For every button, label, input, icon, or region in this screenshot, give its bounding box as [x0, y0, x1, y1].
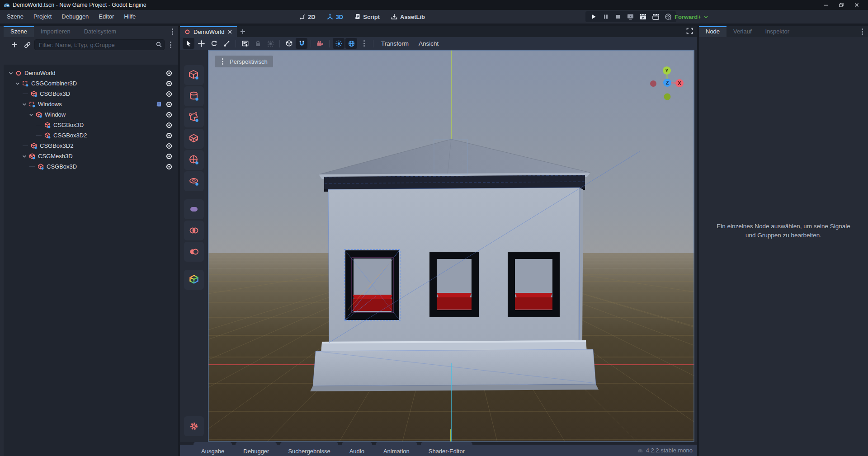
gizmo-neg-y-ball[interactable] [664, 94, 671, 100]
viewport-menu-dots-icon[interactable] [218, 56, 226, 66]
menu-debuggen[interactable]: Debuggen [57, 10, 94, 24]
csg-subtraction-button[interactable] [184, 242, 204, 262]
workspace-assetlib-button[interactable]: AssetLib [387, 11, 429, 23]
csg-cylinder-button[interactable] [184, 86, 204, 106]
list-select-tool-button[interactable] [239, 38, 251, 49]
visibility-eye-icon[interactable] [165, 69, 174, 77]
stop-button[interactable] [614, 13, 622, 21]
visibility-eye-icon[interactable] [165, 121, 174, 129]
csg-sphere-button[interactable] [184, 150, 204, 170]
csg-union-button[interactable] [184, 199, 204, 219]
tree-options-icon[interactable] [166, 40, 175, 50]
menu-hilfe[interactable]: Hilfe [119, 10, 141, 24]
transform-menu[interactable]: Transform [376, 40, 414, 47]
menu-editor[interactable]: Editor [94, 10, 119, 24]
chevron-down-icon[interactable] [7, 70, 14, 77]
close-tab-icon[interactable] [227, 29, 232, 34]
visibility-eye-icon[interactable] [165, 152, 174, 160]
gizmo-neg-x-ball[interactable] [650, 80, 656, 87]
workspace-2d-button[interactable]: 2D [295, 11, 319, 23]
renderer-select[interactable]: Forward+ [675, 10, 708, 24]
sun-environment-options-icon[interactable] [358, 38, 370, 49]
tree-row[interactable]: CSGCombiner3D [4, 78, 178, 89]
pause-button[interactable] [602, 13, 610, 21]
play-remote-button[interactable] [626, 13, 635, 21]
tab-szene[interactable]: Szene [4, 26, 34, 37]
scene-filter-input[interactable] [34, 39, 165, 50]
minimize-button[interactable] [818, 0, 834, 10]
tree-row[interactable]: Windows [4, 99, 178, 109]
group-selected-button[interactable] [264, 38, 276, 49]
preview-environment-button[interactable] [345, 38, 357, 49]
bottom-tab-animation[interactable]: Animation [376, 442, 417, 456]
expand-viewport-icon[interactable] [686, 27, 693, 35]
gridmap-button[interactable] [184, 270, 204, 290]
snap-toggle-button[interactable] [296, 38, 307, 49]
workspace-3d-button[interactable]: 3D [323, 11, 347, 23]
csg-intersection-button[interactable] [184, 221, 204, 240]
local-space-button[interactable] [283, 38, 295, 49]
close-button[interactable] [849, 0, 864, 10]
instance-scene-link-icon[interactable] [22, 39, 33, 50]
bottom-tab-audio[interactable]: Audio [342, 442, 372, 456]
select-tool-button[interactable] [183, 38, 194, 49]
tree-row[interactable]: Window [4, 109, 178, 120]
tree-row[interactable]: CSGBox3D2 [4, 130, 178, 141]
visibility-eye-icon[interactable] [165, 163, 174, 171]
viewport-area: Y Z X Perspektivisch [180, 50, 697, 442]
csg-torus-button[interactable] [184, 171, 204, 191]
bottom-tab-debugger[interactable]: Debugger [236, 442, 277, 456]
visibility-eye-icon[interactable] [165, 100, 174, 108]
tab-inspektor[interactable]: Inspektor [759, 26, 796, 37]
chevron-down-icon[interactable] [21, 153, 28, 160]
rotate-tool-button[interactable] [208, 38, 220, 49]
projection-label-chip[interactable]: Perspektivisch [215, 56, 273, 67]
csg-polygon-button[interactable] [184, 108, 204, 127]
camera-preview-button[interactable] [314, 38, 326, 49]
chevron-down-icon[interactable] [14, 80, 21, 87]
bottom-tab-suchergebnisse[interactable]: Suchergebnisse [280, 442, 338, 456]
tree-row[interactable]: CSGBox3D [4, 89, 178, 99]
dock-menu-icon[interactable] [168, 27, 176, 37]
movie-maker-button[interactable] [664, 13, 672, 21]
attached-script-icon[interactable] [155, 101, 163, 108]
tree-row[interactable]: CSGMesh3D [4, 151, 178, 161]
play-scene-button[interactable] [639, 13, 647, 21]
tree-row[interactable]: CSGBox3D [4, 161, 178, 172]
tab-node[interactable]: Node [699, 26, 726, 37]
menu-projekt[interactable]: Projekt [28, 10, 57, 24]
restore-button[interactable] [834, 0, 849, 10]
workspace-script-button[interactable]: Script [350, 11, 383, 23]
tab-dateisystem[interactable]: Dateisystem [77, 26, 123, 37]
tree-row[interactable]: DemoWorld [4, 68, 178, 78]
move-tool-button[interactable] [195, 38, 207, 49]
preview-sunlight-button[interactable] [333, 38, 344, 49]
add-scene-tab-button[interactable] [237, 26, 249, 37]
visibility-eye-icon[interactable] [165, 142, 174, 150]
gear-icon[interactable] [184, 416, 204, 436]
ansicht-menu[interactable]: Ansicht [414, 40, 443, 47]
tab-verlauf[interactable]: Verlauf [726, 26, 758, 37]
tree-row[interactable]: CSGBox3D [4, 120, 178, 130]
scene-tab-demoworld[interactable]: DemoWorld [180, 26, 237, 37]
csg-box-button[interactable] [184, 65, 204, 85]
play-button[interactable] [590, 13, 598, 21]
scale-tool-button[interactable] [221, 38, 232, 49]
bottom-tab-ausgabe[interactable]: Ausgabe [193, 442, 232, 456]
visibility-eye-icon[interactable] [165, 111, 174, 119]
chevron-down-icon[interactable] [21, 101, 28, 108]
chevron-down-icon[interactable] [28, 111, 35, 118]
lock-selected-button[interactable] [252, 38, 264, 49]
bottom-tab-shader-editor[interactable]: Shader-Editor [421, 442, 472, 456]
3d-viewport[interactable]: Y Z X Perspektivisch [208, 50, 694, 442]
tab-importieren[interactable]: Importieren [34, 26, 77, 37]
tree-row[interactable]: CSGBox3D2 [4, 141, 178, 151]
add-node-button[interactable] [9, 39, 20, 50]
visibility-eye-icon[interactable] [165, 132, 174, 140]
menu-szene[interactable]: Szene [2, 10, 28, 24]
visibility-eye-icon[interactable] [165, 80, 174, 88]
visibility-eye-icon[interactable] [165, 90, 174, 98]
play-custom-scene-button[interactable] [651, 13, 660, 21]
csg-mesh-button[interactable] [184, 129, 204, 149]
dock-menu-icon[interactable] [858, 27, 866, 37]
